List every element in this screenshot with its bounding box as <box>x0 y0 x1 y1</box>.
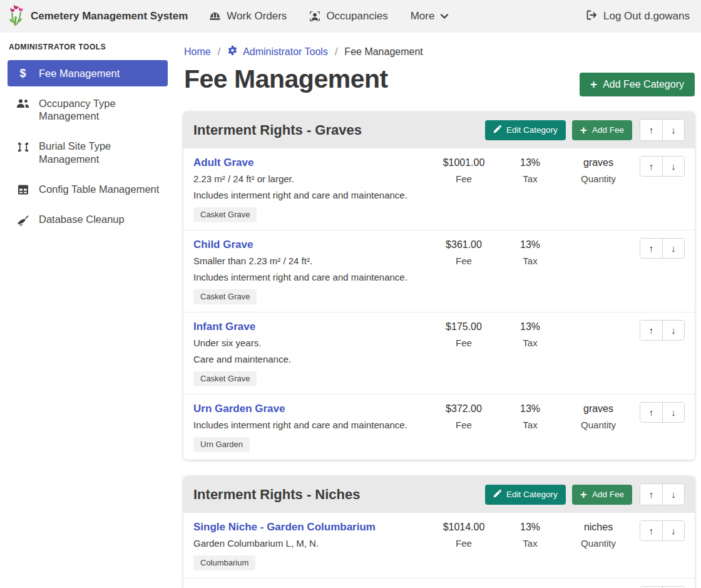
fee-amount-label: Fee <box>431 538 497 549</box>
tax-label: Tax <box>497 338 563 348</box>
fee-amount-label: Fee <box>431 338 497 348</box>
fee-name-link[interactable]: Child Grave <box>193 239 253 251</box>
edit-category-button[interactable]: Edit Category <box>485 485 566 505</box>
add-fee-button[interactable]: + Add Fee <box>572 120 632 140</box>
sidebar-item-config-table[interactable]: Config Table Management <box>8 176 168 202</box>
move-fee-down-button[interactable]: ↓ <box>662 403 684 422</box>
sidebar-item-fee-management[interactable]: $ Fee Management <box>8 60 168 86</box>
tax-label: Tax <box>497 538 563 549</box>
app-title: Cemetery Management System <box>31 10 188 23</box>
tax-column: 13% Tax <box>497 155 563 184</box>
page-title: Fee Management <box>184 64 388 94</box>
fee-amount: $361.00 <box>431 239 497 250</box>
fee-row: Infant Grave Under six years. Care and m… <box>183 312 695 395</box>
quantity-label: Quantity <box>563 538 633 549</box>
quantity-column <box>563 237 633 244</box>
fee-amount-column: $372.00 Fee <box>431 401 497 430</box>
fee-type-badge: Casket Grave <box>193 371 257 386</box>
quantity-value: graves <box>563 157 633 168</box>
breadcrumb-separator: / <box>218 46 220 58</box>
plus-icon: + <box>580 490 587 500</box>
table-icon <box>16 183 29 195</box>
add-fee-button[interactable]: + Add Fee <box>572 485 632 505</box>
pencil-icon <box>493 490 501 500</box>
move-fee-up-button[interactable]: ↑ <box>640 239 662 258</box>
fee-description: Care and maintenance. <box>193 354 426 364</box>
fee-row: Urn Garden Grave Includes interment righ… <box>183 395 695 460</box>
nav-occupancies-label: Occupancies <box>326 10 387 23</box>
fee-category-card: Interment Rights - Niches Edit Category … <box>183 476 695 588</box>
brand[interactable]: Cemetery Management System <box>6 4 188 29</box>
move-fee-down-button[interactable]: ↓ <box>662 157 684 176</box>
move-fee-down-button[interactable]: ↓ <box>662 521 684 540</box>
fee-amount: $372.00 <box>431 403 497 415</box>
sidebar-item-label: Fee Management <box>39 67 120 80</box>
move-category-down-button[interactable]: ↓ <box>662 484 684 505</box>
tax-value: 13% <box>497 157 563 168</box>
fee-amount: $175.00 <box>431 321 497 333</box>
fee-name-link[interactable]: Infant Grave <box>193 321 255 333</box>
quantity-column <box>563 319 633 326</box>
edit-category-button[interactable]: Edit Category <box>485 120 566 140</box>
person-bounding-box-icon <box>309 11 320 22</box>
fee-reorder-group: ↑ ↓ <box>633 319 685 341</box>
quantity-label: Quantity <box>563 173 633 184</box>
fee-amount-column: $175.00 Fee <box>431 319 497 348</box>
breadcrumb-home-link[interactable]: Home <box>184 46 211 58</box>
edit-category-label: Edit Category <box>506 490 558 499</box>
nav-more-label: More <box>411 10 435 23</box>
sidebar-item-occupancy-type[interactable]: Occupancy Type Management <box>8 90 168 129</box>
fee-name-link[interactable]: Adult Grave <box>193 157 253 169</box>
add-fee-label: Add Fee <box>592 125 624 135</box>
tax-value: 13% <box>497 403 563 415</box>
move-fee-down-button[interactable]: ↓ <box>662 239 684 258</box>
fee-amount-label: Fee <box>431 420 497 430</box>
broom-icon <box>16 214 29 226</box>
add-fee-category-button[interactable]: + Add Fee Category <box>580 73 695 96</box>
quantity-label: Quantity <box>563 420 633 430</box>
quantity-column: niches Quantity <box>563 585 633 588</box>
fee-type-badge: Columbarium <box>193 555 255 570</box>
fee-name-link[interactable]: Single Niche - Garden Columbarium <box>193 521 376 534</box>
quantity-value: niches <box>563 522 633 533</box>
move-fee-up-button[interactable]: ↑ <box>640 321 662 340</box>
fee-reorder-group: ↑ ↓ <box>633 237 685 259</box>
sidebar: ADMINISTRATOR TOOLS $ Fee Management Occ… <box>0 33 175 237</box>
quantity-column: graves Quantity <box>563 155 633 184</box>
tax-value: 13% <box>497 239 563 250</box>
gear-icon <box>227 45 238 58</box>
sidebar-item-burial-site-type[interactable]: Burial Site Type Management <box>8 133 168 172</box>
category-header: Interment Rights - Graves Edit Category … <box>183 111 695 148</box>
fee-description: Garden Columbarium L, M, N. <box>193 538 426 549</box>
sidebar-item-label: Database Cleanup <box>39 213 125 225</box>
move-fee-up-button[interactable]: ↑ <box>640 157 662 176</box>
fee-amount-label: Fee <box>431 255 497 266</box>
logout-button[interactable]: Log Out d.gowans <box>586 9 690 24</box>
chevron-down-icon <box>440 13 449 19</box>
move-fee-down-button[interactable]: ↓ <box>662 321 684 340</box>
breadcrumb-admin-tools-label: Administrator Tools <box>243 46 328 58</box>
move-category-down-button[interactable]: ↓ <box>662 120 684 140</box>
sidebar-item-label: Occupancy Type Management <box>39 97 160 122</box>
nav-work-orders[interactable]: Work Orders <box>209 10 287 23</box>
fee-reorder-group: ↑ ↓ <box>633 155 685 177</box>
move-fee-up-button[interactable]: ↑ <box>640 521 662 540</box>
quantity-value: graves <box>563 403 633 415</box>
logout-label: Log Out d.gowans <box>603 10 690 23</box>
category-reorder-group: ↑ ↓ <box>640 483 685 505</box>
breadcrumb-admin-tools-link[interactable]: Administrator Tools <box>227 45 328 58</box>
category-header: Interment Rights - Niches Edit Category … <box>183 476 695 513</box>
plus-icon: + <box>580 125 587 135</box>
fee-row: Single Niche - Garden Columbarium Garden… <box>183 513 695 579</box>
fee-reorder-group: ↑ ↓ <box>633 401 685 423</box>
move-category-up-button[interactable]: ↑ <box>640 120 662 140</box>
sidebar-item-database-cleanup[interactable]: Database Cleanup <box>8 206 168 233</box>
move-category-up-button[interactable]: ↑ <box>640 484 662 505</box>
nav-occupancies[interactable]: Occupancies <box>309 10 387 23</box>
nav-more[interactable]: More <box>411 10 449 23</box>
fee-description: Includes interment right and care and ma… <box>193 190 426 200</box>
fee-category-card: Interment Rights - Graves Edit Category … <box>183 111 695 460</box>
top-navbar: Cemetery Management System Work Orders O… <box>0 0 701 33</box>
move-fee-up-button[interactable]: ↑ <box>640 403 662 422</box>
fee-name-link[interactable]: Urn Garden Grave <box>193 403 285 415</box>
